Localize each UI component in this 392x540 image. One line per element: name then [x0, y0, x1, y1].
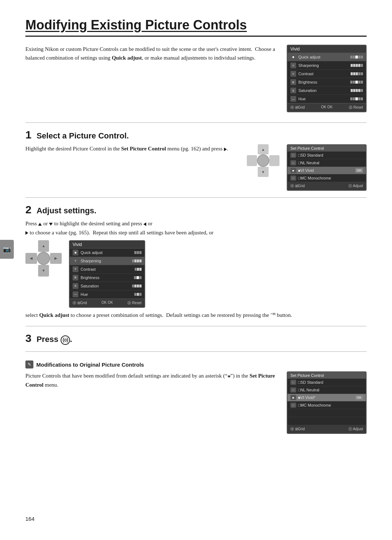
step-2-text-top: Press or to highlight the desired settin… — [25, 219, 367, 237]
step-2-number: 2 — [25, 204, 32, 215]
dpad-right-btn — [269, 155, 279, 166]
cs3-row-saturation: S Saturation — [70, 282, 144, 290]
cs3-footer: ⓔ ⊞Grid OK OK ⓓ Reset — [70, 299, 144, 307]
step-1-section: 1 Select a Picture Control. Highlight th… — [25, 129, 367, 191]
spc-footer-step1: ⓔ ⊞Grid ⓒ Adjust — [287, 182, 366, 190]
cs1-footer: ⓔ ⊞Grid OK OK ⓓ Reset — [287, 103, 366, 112]
intro-section: Existing Nikon or custom Picture Control… — [25, 45, 367, 112]
spc4-footer: ⓔ ⊞Grid ⓒ Adjust — [287, 425, 366, 433]
spc-row-monochrome: □ □MC Monochrome — [287, 174, 366, 182]
cs1-row-contrast: Y Contrast — [287, 70, 366, 78]
cs1-icon-sharpening: Y — [290, 63, 296, 68]
page-number: 164 — [25, 516, 34, 522]
cs1-bar-saturation — [351, 89, 363, 92]
cs1-title: Vivid — [287, 45, 366, 53]
cs1-bar-contrast — [351, 72, 363, 75]
camera-screen-3: Vivid ■ Quick adjust Y Sharpening — [69, 240, 145, 308]
dpad-center-btn — [257, 154, 269, 167]
note-title: Modifications to Original Picture Contro… — [36, 362, 144, 368]
camera-icon: 📷 — [3, 245, 11, 253]
dpad-step1: ▲ ▼ — [247, 144, 279, 177]
step-3-number: 3 — [25, 333, 32, 344]
step-2-text-bottom: select Quick adjust to choose a preset c… — [25, 311, 367, 320]
cs1-icon-brightness: B — [290, 79, 296, 85]
cs1-icon-saturation: S — [290, 88, 296, 93]
dpad2-right: ▶ — [50, 253, 62, 264]
cs3-row-brightness: B Brightness — [70, 274, 144, 282]
cs1-row-quickadjust: ■ Quick adjust — [287, 53, 366, 61]
step-3-title: Press ⒪. — [37, 335, 72, 345]
divider-4 — [25, 351, 367, 352]
spc-screen-step1: Set Picture Control □ □SD Standard □ □NL… — [287, 144, 367, 191]
spc4-row-vivid: ■ ■VI Vivid* OK — [287, 394, 366, 402]
dpad-down-btn: ▼ — [258, 167, 269, 177]
step-2-title: Adjust settings. — [37, 206, 97, 215]
step-1-title: Select a Picture Control. — [37, 131, 129, 141]
spc-row-neutral: □ □NL Neutral — [287, 159, 366, 167]
spc-row-standard: □ □SD Standard — [287, 152, 366, 159]
intro-text: Existing Nikon or custom Picture Control… — [25, 45, 278, 112]
divider-2 — [25, 197, 367, 198]
cs1-row-hue: — Hue — [287, 95, 366, 103]
note-text: Picture Controls that have been modified… — [25, 371, 279, 390]
spc-row-vivid: ■ ■VI Vivid OK — [287, 167, 366, 174]
dpad-left-btn — [247, 155, 257, 166]
spc4-row-monochrome: □ □MC Monochrome — [287, 402, 366, 409]
dpad2-center — [37, 252, 50, 265]
cs3-row-sharpening: Y Sharpening — [70, 257, 144, 265]
step-1-header: 1 Select a Picture Control. — [25, 129, 367, 141]
dpad2-up: ▲ — [38, 240, 49, 252]
step-1-text: Highlight the desired Picture Control in… — [25, 144, 240, 153]
step-1-number: 1 — [25, 129, 32, 140]
cs1-bar-quickadjust — [350, 56, 363, 59]
spc4-row-neutral: □ □NL Neutral — [287, 386, 366, 394]
step-2-content: Press or to highlight the desired settin… — [25, 219, 367, 319]
camera-screen-1: Vivid ■ Quick adjust Y Sharpening Y Cont… — [287, 45, 367, 112]
cs3-row-quickadjust: ■ Quick adjust — [70, 249, 144, 257]
note-section: ✎ Modifications to Original Picture Cont… — [25, 360, 367, 434]
note-pencil-icon: ✎ — [25, 360, 33, 368]
step-2-header: 2 Adjust settings. — [25, 204, 367, 215]
cs1-bar-sharpening — [351, 64, 363, 67]
divider-1 — [25, 122, 367, 123]
cs1-icon-hue: — — [290, 96, 296, 102]
spc-screen-note: Set Picture Control □ □SD Standard □ □NL… — [287, 371, 367, 434]
cs1-row-brightness: B Brightness — [287, 78, 366, 86]
dpad2-down: ▼ — [38, 265, 49, 277]
dpad-step2: ▲ ▼ ◀ ▶ — [25, 240, 62, 277]
dpad2-left: ◀ — [25, 253, 37, 264]
page-title: Modifying Existing Picture Controls — [25, 17, 367, 37]
step-3-header: 3 Press ⒪. — [25, 333, 367, 345]
cs1-row-sharpening: Y Sharpening — [287, 61, 366, 70]
cs1-bar-brightness — [350, 81, 363, 84]
step-2-section: 2 Adjust settings. Press or to highlight… — [25, 204, 367, 319]
side-tab: 📷 — [0, 240, 14, 259]
cs1-row-saturation: S Saturation — [287, 86, 366, 95]
cs1-icon-contrast: Y — [290, 71, 296, 77]
dpad-up-btn: ▲ — [258, 144, 269, 154]
step-3-section: 3 Press ⒪. — [25, 333, 367, 345]
cs3-row-hue: — Hue — [70, 290, 144, 299]
note-content: Picture Controls that have been modified… — [25, 371, 367, 434]
cs1-icon-quickadjust: ■ — [290, 54, 296, 60]
note-header: ✎ Modifications to Original Picture Cont… — [25, 360, 367, 368]
cs1-bar-hue — [350, 97, 363, 100]
spc4-row-standard: □ □SD Standard — [287, 379, 366, 386]
step-1-content: Highlight the desired Picture Control in… — [25, 144, 367, 191]
divider-3 — [25, 326, 367, 326]
cs3-row-contrast: Y Contrast — [70, 265, 144, 274]
